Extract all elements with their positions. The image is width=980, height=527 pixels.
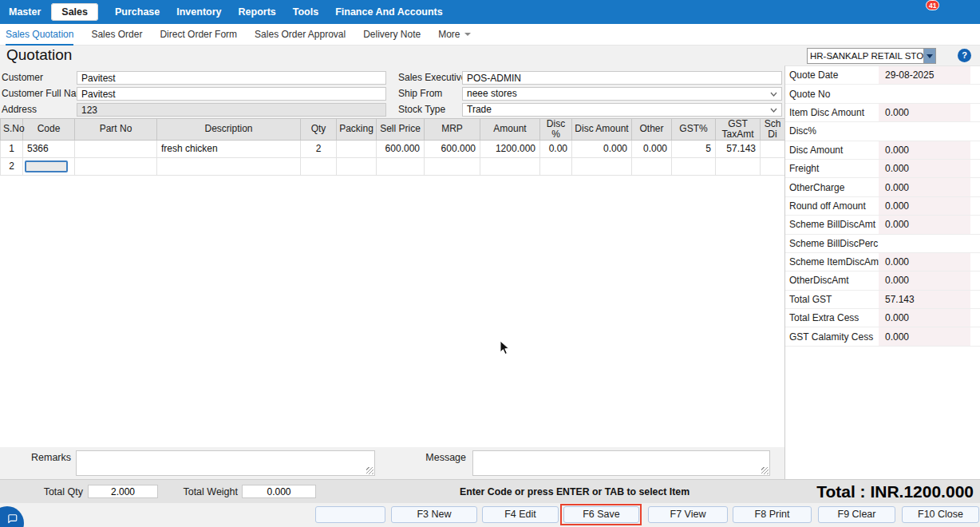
cell-sell-price[interactable]: 600.000 (377, 140, 425, 157)
summary-value: 0.000 (879, 216, 970, 233)
page-title: Quotation (6, 46, 72, 64)
nav-item-master[interactable]: Master (9, 6, 41, 18)
nav-item-finance[interactable]: Finance And Accounts (335, 6, 443, 18)
top-navigation: Master Sales Purchase Inventory Reports … (0, 0, 980, 24)
total-weight-field[interactable] (242, 485, 316, 498)
summary-row-disc-pct: Disc% (785, 122, 980, 141)
enter-code-hint: Enter Code or press ENTER or TAB to sele… (451, 480, 698, 504)
remarks-textarea[interactable] (76, 450, 375, 476)
nav-item-sales[interactable]: Sales (51, 3, 98, 21)
f7-view-button[interactable]: F7 View (648, 506, 728, 523)
stock-type-value: Trade (467, 104, 492, 115)
cell-gst-taxamt: 57.143 (716, 140, 761, 157)
col-gst-pct: GST% (672, 119, 716, 141)
summary-value[interactable] (879, 122, 970, 140)
blank-button[interactable] (315, 506, 385, 523)
customer-full-name-field[interactable] (77, 87, 386, 101)
col-disc-amount: Disc Amount (572, 119, 632, 141)
summary-row-total-extra-cess: Total Extra Cess 0.000 (785, 309, 980, 327)
summary-row-total-gst: Total GST 57.143 (785, 291, 980, 309)
f4-edit-button[interactable]: F4 Edit (482, 506, 559, 523)
summary-row-scheme-itemdiscamt: Scheme ItemDiscAmt 0.000 (785, 253, 980, 271)
remarks-message-bar: Remarks Message (0, 447, 784, 479)
summary-value: 0.000 (879, 104, 970, 121)
cell-part-no[interactable] (75, 140, 157, 157)
nav-item-inventory[interactable]: Inventory (176, 6, 221, 18)
summary-value: 0.000 (879, 327, 970, 345)
summary-value: 0.000 (879, 253, 970, 271)
summary-label: Disc Amount (789, 145, 843, 156)
tab-more[interactable]: More (438, 24, 470, 45)
summary-row-round-off: Round off Amount 0.000 (785, 197, 980, 216)
f9-clear-button[interactable]: F9 Clear (818, 506, 895, 523)
cell-code[interactable]: 5366 (23, 140, 75, 157)
summary-value[interactable] (879, 85, 970, 102)
message-textarea[interactable] (472, 450, 770, 476)
store-select-arrow-icon[interactable] (923, 49, 935, 63)
tab-sales-order[interactable]: Sales Order (91, 24, 142, 45)
f3-new-button[interactable]: F3 New (391, 506, 477, 523)
col-amount: Amount (480, 119, 540, 141)
col-sell-price: Sell Price (377, 119, 425, 141)
nav-item-tools[interactable]: Tools (293, 6, 318, 18)
cell-mrp[interactable]: 600.000 (425, 140, 480, 157)
ship-from-select[interactable]: neee stores (462, 87, 782, 101)
nav-item-purchase[interactable]: Purchase (115, 6, 160, 18)
item-row-1[interactable]: 1 5366 fresh chicken 2 600.000 600.000 1… (1, 140, 785, 157)
summary-value: 0.000 (879, 197, 970, 215)
summary-row-quote-date: Quote Date 29-08-2025 (785, 66, 980, 85)
grand-total: Total : INR.1200.000 (816, 480, 974, 504)
summary-label: Item Disc Amount (789, 107, 864, 118)
items-table: S.No Code Part No Description Qty Packin… (0, 118, 785, 176)
col-sch-di: Sch Di (761, 119, 785, 141)
f6-save-button[interactable]: F6 Save (563, 506, 639, 523)
cell-other[interactable]: 0.000 (632, 140, 672, 157)
summary-value: 0.000 (879, 141, 970, 159)
summary-label: Total GST (789, 294, 832, 305)
sales-executive-field[interactable] (462, 71, 782, 85)
cell-qty[interactable]: 2 (301, 140, 337, 157)
help-icon[interactable]: ? (958, 49, 971, 62)
remarks-label: Remarks (0, 452, 71, 463)
summary-row-freight: Freight 0.000 (785, 160, 980, 178)
col-description: Description (157, 119, 301, 141)
summary-value[interactable] (879, 235, 970, 252)
item-row-2: 2 (1, 157, 785, 175)
total-qty-label: Total Qty (0, 480, 83, 504)
col-sno: S.No (1, 119, 23, 141)
cell-disc-pct[interactable]: 0.00 (540, 140, 572, 157)
summary-value: 29-08-2025 (879, 66, 970, 84)
summary-label: Freight (789, 163, 819, 174)
tab-delivery-note[interactable]: Delivery Note (363, 24, 421, 45)
cell-packing[interactable] (337, 140, 377, 157)
cell-amount: 1200.000 (480, 140, 540, 157)
stock-type-select[interactable]: Trade (462, 103, 782, 117)
col-packing: Packing (337, 119, 377, 141)
summary-label: Quote No (789, 89, 830, 100)
col-part-no: Part No (75, 119, 157, 141)
item-code-input[interactable] (25, 160, 68, 172)
f8-print-button[interactable]: F8 Print (733, 506, 812, 523)
col-code: Code (23, 119, 75, 141)
summary-label: OtherCharge (789, 182, 844, 193)
cell-disc-amount[interactable]: 0.000 (572, 140, 632, 157)
tab-sales-quotation[interactable]: Sales Quotation (6, 24, 73, 45)
cell-part-no (75, 157, 157, 175)
cell-sno: 2 (1, 157, 23, 175)
summary-value: 0.000 (879, 160, 970, 177)
col-mrp: MRP (425, 119, 480, 141)
summary-row-scheme-billdiscperc: Scheme BillDiscPerc (785, 235, 980, 253)
store-select[interactable]: HR-SANKALP RETAIL STORE-K (807, 48, 936, 64)
tab-sales-order-approval[interactable]: Sales Order Approval (255, 24, 346, 45)
col-other: Other (632, 119, 672, 141)
total-qty-field[interactable] (88, 485, 158, 498)
customer-field[interactable] (77, 71, 386, 85)
cell-description[interactable]: fresh chicken (157, 140, 301, 157)
summary-label: Round off Amount (789, 200, 866, 212)
tab-direct-order-form[interactable]: Direct Order Form (160, 24, 237, 45)
col-gst-taxamt: GST TaxAmt (716, 119, 761, 141)
address-field[interactable] (77, 103, 386, 117)
module-tab-bar: Sales Quotation Sales Order Direct Order… (0, 24, 980, 46)
nav-item-reports[interactable]: Reports (239, 6, 276, 18)
f10-close-button[interactable]: F10 Close (902, 506, 979, 523)
